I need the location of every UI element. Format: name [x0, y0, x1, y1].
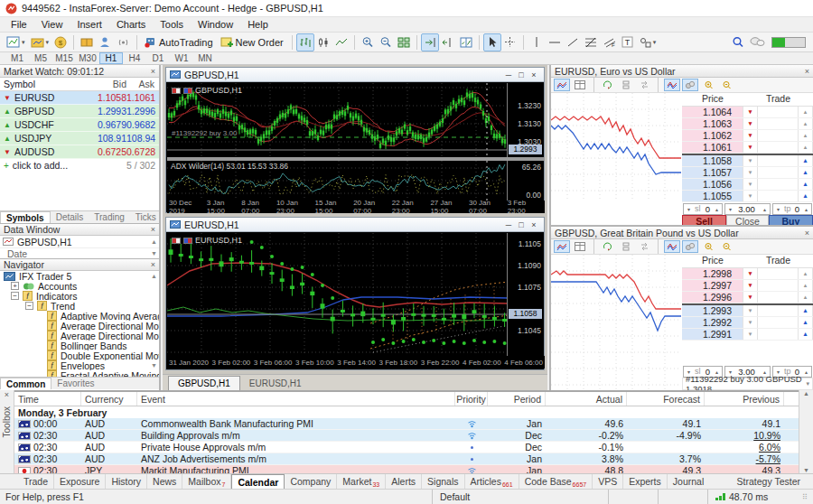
candlestick-mode-button[interactable]	[314, 33, 332, 51]
bid-row[interactable]: 1.1055▾▴	[682, 191, 813, 202]
chart-window-titlebar[interactable]: GBPUSD,H1 ─ □ ×	[166, 68, 544, 82]
time-axis[interactable]: 31 Jan 20203 Feb 02:003 Feb 06:003 Feb 1…	[167, 356, 545, 369]
tab-exposure[interactable]: Exposure	[54, 474, 106, 489]
trade-cell[interactable]	[758, 191, 799, 201]
tab-journal[interactable]: Journal	[668, 474, 709, 489]
fibonacci-tool-button[interactable]	[582, 33, 601, 51]
tab-mailbox[interactable]: Mailbox7	[182, 474, 231, 489]
tick-lines-button[interactable]	[664, 240, 680, 253]
tick-chart-mode-button[interactable]	[554, 240, 570, 253]
chart-tab-gbpusd[interactable]: GBPUSD,H1	[168, 376, 240, 390]
volume-coins-button[interactable]	[682, 240, 698, 253]
trade-cell[interactable]	[758, 268, 799, 279]
zoom-out-button[interactable]	[718, 79, 734, 91]
data-window-close-icon[interactable]: ×	[151, 225, 155, 234]
tick-chart-mode-button[interactable]	[554, 79, 570, 91]
zoom-in-button[interactable]	[700, 79, 716, 91]
sell-tick-icon[interactable]: ▾	[743, 142, 758, 153]
status-profile[interactable]: Default	[432, 490, 608, 504]
chart-window-gbpusd[interactable]: GBPUSD,H1 ─ □ × GBPUSD,H1 #11392292 buy …	[165, 67, 545, 213]
scroll-up-icon[interactable]: ▲	[151, 273, 159, 279]
calendar-scrollbar[interactable]: ▲ ▼	[799, 390, 813, 473]
scroll-down-icon[interactable]: ▼	[151, 250, 159, 257]
market-watch-row-audusd[interactable]: ▼AUDUSD 0.6725 0.6728	[0, 145, 159, 159]
tab-details[interactable]: Details	[51, 211, 89, 223]
sell-tick-icon[interactable]: ▾	[743, 191, 758, 201]
menu-insert[interactable]: Insert	[70, 19, 109, 30]
tf-h1[interactable]: H1	[99, 52, 123, 64]
maximize-icon[interactable]: □	[515, 70, 528, 79]
buy-tick-icon[interactable]: ▴	[799, 191, 813, 201]
time-axis[interactable]: 30 Dec 20193 Jan 15:008 Jan 07:0010 Jan …	[167, 201, 545, 213]
market-watch-row-usdchf[interactable]: ▲USDCHF 0.9679 0.9682	[0, 118, 159, 132]
calendar-row[interactable]: 02:30 AUD Private House Approvals m/m De…	[14, 442, 799, 453]
sell-tick-icon[interactable]: ▾	[743, 305, 758, 316]
tree-item-trend[interactable]: Trend	[0, 301, 159, 311]
buy-tick-icon[interactable]: ▴	[799, 118, 813, 129]
collapse-icon[interactable]	[11, 292, 19, 300]
ask-row[interactable]: 1.1064▾▴	[682, 107, 813, 118]
ask-row[interactable]: 1.1061▾▴	[682, 142, 813, 154]
tab-alerts[interactable]: Alerts	[386, 474, 422, 489]
toolbox-close-icon[interactable]: ×	[0, 390, 14, 399]
tab-experts[interactable]: Experts	[623, 474, 668, 489]
price-axis[interactable]: 1.3230 1.3130 1.3030 1.2993	[507, 83, 543, 157]
buy-tick-icon[interactable]: ▴	[799, 292, 813, 303]
buy-tick-icon[interactable]: ▴	[799, 268, 813, 279]
col-time[interactable]: Time	[14, 392, 81, 406]
sell-tick-icon[interactable]: ▾	[743, 167, 758, 178]
tree-item-indicator[interactable]: Average Directional Movement	[0, 321, 159, 331]
market-watch-row-eurusd[interactable]: ▼EURUSD 1.1058 1.1061	[0, 91, 159, 105]
col-event[interactable]: Event	[137, 392, 455, 406]
depth-table-button[interactable]	[572, 240, 588, 253]
tab-news[interactable]: News	[147, 474, 182, 489]
col-actual[interactable]: Actual	[546, 392, 627, 406]
stop-loss-stepper[interactable]: ▾sl0▴	[683, 203, 723, 215]
menu-help[interactable]: Help	[240, 19, 276, 30]
market-watch-add-row[interactable]: +click to add... 5 / 302	[0, 159, 159, 173]
col-period[interactable]: Period	[488, 392, 546, 406]
sell-tick-icon[interactable]: ▾	[743, 280, 758, 291]
bid-row[interactable]: 1.1056▾▴	[682, 179, 813, 191]
tree-item-indicator[interactable]: Double Exponential Moving Av	[0, 350, 159, 360]
panel-close-icon[interactable]: ×	[805, 67, 809, 76]
tab-symbols[interactable]: Symbols	[0, 211, 51, 223]
price-axis[interactable]: 1.1105 1.1090 1.1075 1.1045 1.1058	[507, 233, 543, 356]
transfer-button[interactable]	[636, 79, 652, 91]
buy-tick-icon[interactable]: ▴	[799, 305, 813, 316]
tf-h4[interactable]: H4	[123, 52, 146, 64]
buy-tick-icon[interactable]: ▴	[799, 317, 813, 328]
tf-m5[interactable]: M5	[29, 52, 52, 64]
tf-w1[interactable]: W1	[170, 52, 193, 64]
volume-stepper[interactable]: ▾3.00▴	[724, 203, 771, 215]
strategy-navigator-button[interactable]	[78, 33, 96, 51]
tf-m30[interactable]: M30	[76, 52, 99, 64]
community-button[interactable]	[96, 33, 114, 51]
eurusd-chart-canvas[interactable]	[167, 233, 509, 356]
col-currency[interactable]: Currency	[81, 392, 137, 406]
chart-shift-button[interactable]	[439, 33, 457, 51]
menu-file[interactable]: File	[4, 19, 34, 30]
buy-tick-icon[interactable]: ▴	[799, 107, 813, 117]
tab-favorites[interactable]: Favorites	[51, 378, 99, 389]
ask-row[interactable]: 1.2996▾▴	[682, 292, 813, 303]
trendline-tool-button[interactable]	[564, 33, 582, 51]
buy-tick-icon[interactable]: ▴	[799, 280, 813, 291]
text-tool-button[interactable]: T	[619, 33, 637, 51]
ask-row[interactable]: 1.1062▾▴	[682, 130, 813, 142]
search-button[interactable]	[729, 33, 747, 51]
market-watch-row-gbpusd[interactable]: ▲GBPUSD 1.2993 1.2996	[0, 105, 159, 118]
data-window-symbol-row[interactable]: GBPUSD,H1 ▲	[0, 236, 159, 247]
ask-row[interactable]: 1.2998▾▴	[682, 268, 813, 280]
trade-cell[interactable]	[758, 155, 799, 166]
tick-lines-button[interactable]	[664, 79, 680, 91]
tab-trade[interactable]: Trade	[18, 474, 54, 489]
tree-item-indicator[interactable]: Envelopes ▼	[0, 360, 159, 370]
scroll-down-icon[interactable]: ▼	[799, 467, 813, 473]
trade-cell[interactable]	[758, 292, 799, 303]
tab-articles[interactable]: Articles661	[465, 474, 519, 489]
new-order-button[interactable]: New Order	[218, 33, 288, 51]
dom-button[interactable]	[618, 79, 634, 91]
tab-calendar[interactable]: Calendar	[231, 474, 285, 489]
tf-m15[interactable]: M15	[52, 52, 76, 64]
